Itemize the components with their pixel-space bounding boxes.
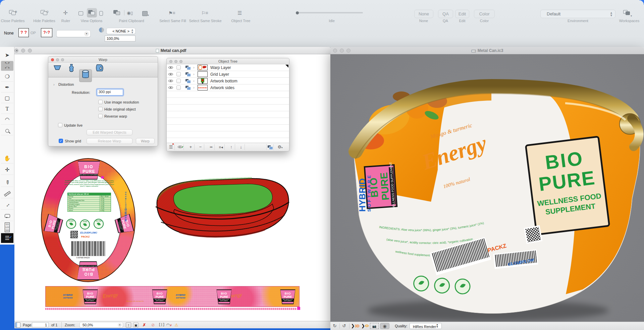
layer-checkbox[interactable] [176, 72, 181, 76]
preflight-tool[interactable]: ☰✓ [1, 233, 13, 243]
paint-clipboard-icon-2[interactable]: ◉▯ [127, 9, 133, 17]
paint-clipboard-icon-1[interactable] [113, 9, 121, 17]
gear-menu-icon[interactable]: ⚙▾ [276, 144, 284, 150]
release-warp-button[interactable]: Release Warp [87, 138, 132, 144]
fit-object-icon[interactable]: ❯ [361, 323, 369, 329]
close-button[interactable] [14, 49, 18, 53]
warp-tab-bottle[interactable] [65, 64, 78, 76]
sidebar-toggle-icon[interactable] [15, 322, 20, 328]
select-same-stroke-icon[interactable]: ⚐= [201, 9, 208, 17]
environment-dropdown[interactable]: Default▲▼ [540, 10, 615, 18]
zoom-button[interactable] [346, 49, 351, 53]
export-icon[interactable]: ↑ [126, 322, 131, 328]
mode-qa-button[interactable]: QA [438, 10, 453, 18]
use-image-resolution-checkbox[interactable] [98, 100, 103, 104]
mode-color-button[interactable]: Color [474, 10, 495, 18]
arc-tool[interactable]: ◠ [1, 115, 13, 125]
reverse-warp-checkbox[interactable] [98, 114, 103, 118]
transform-expand-tool[interactable]: ↖↗↙↘ [1, 61, 13, 71]
close-palettes-icon[interactable]: ⊗ [9, 9, 16, 17]
layer-row[interactable]: › Grid Layer [167, 71, 289, 78]
rounded-rect-tool[interactable]: ▢ [1, 93, 13, 103]
expand-chevron-icon[interactable]: › [193, 79, 195, 83]
warnings-x-icon[interactable]: ⊘ [150, 322, 156, 328]
eyedropper-tool[interactable]: ✐ [1, 177, 13, 187]
visibility-eye-icon[interactable] [168, 79, 173, 83]
comment-tool[interactable] [1, 211, 13, 221]
stroke-swatch-box[interactable]: ?▫? [41, 28, 52, 37]
visibility-eye-icon[interactable] [168, 85, 173, 90]
resolution-input[interactable]: 300 ppi [97, 89, 123, 95]
overprint-indicator-icon[interactable] [99, 27, 104, 32]
expand-chevron-icon[interactable]: › [193, 85, 195, 89]
layer-checkbox[interactable] [176, 65, 181, 70]
direct-select-pen-tool[interactable]: ✒ [1, 82, 13, 92]
render-viewport[interactable]: BIO PURE WELLNESS FOOD SUPPLEMENT BIO PU… [330, 54, 644, 322]
right-window-titlebar[interactable]: 3DMetal Can.ic3 [330, 47, 644, 54]
text-tool[interactable]: T [1, 104, 13, 114]
mode-none-button[interactable]: None [414, 10, 433, 18]
collapse-icon[interactable]: »« [207, 144, 215, 150]
edit-warped-objects-button[interactable]: Edit Warped Objects [87, 129, 132, 135]
warning-icon[interactable]: ⚠ [174, 322, 179, 328]
hide-palettes-icon[interactable]: ⊙ [41, 9, 48, 17]
idle-slider-handle[interactable] [296, 11, 299, 14]
fit-3d-icon[interactable]: ❯3D [351, 323, 360, 329]
trap-dropdown[interactable]: < NONE >▲▼ [106, 28, 136, 34]
select-same-fill-icon[interactable]: ⚑= [168, 9, 175, 17]
idle-slider-track[interactable] [297, 12, 363, 13]
layer-checkbox[interactable] [176, 79, 181, 83]
distortion-chevron-icon[interactable]: › [53, 82, 55, 86]
layer-row[interactable]: › Warp Layer [167, 64, 289, 71]
layer-row[interactable]: › Artwork bottom [167, 78, 289, 84]
duplicate-icon[interactable] [266, 144, 274, 150]
crop-marks-icon[interactable]: [|] [159, 322, 165, 328]
snapshot-camera-icon[interactable]: 📷 [370, 323, 379, 329]
view-options-icon-3[interactable] [99, 9, 103, 17]
flatten-layers-icon[interactable]: ≡◂ [217, 144, 225, 150]
remove-layer-icon[interactable]: − [197, 144, 204, 150]
selection-tool[interactable]: ➤ [1, 50, 13, 60]
rotate-view-icon[interactable]: ↻ [331, 323, 338, 329]
hide-original-object-checkbox[interactable] [98, 107, 103, 111]
curve-check-icon[interactable]: ◠✗ [166, 322, 172, 328]
warp-button[interactable]: Warp [136, 138, 155, 144]
object-tree-titlebar[interactable]: Object Tree [167, 58, 289, 64]
visibility-check-icon[interactable]: ✓ [176, 144, 184, 150]
distance-tool[interactable]: ↔ [1, 200, 13, 210]
fill-swatch-box[interactable]: ? ? [18, 28, 29, 37]
ruler-tool[interactable] [1, 188, 13, 198]
layer-checkbox[interactable] [176, 85, 181, 90]
minimize-button[interactable] [21, 49, 25, 53]
stroke-style-dropdown[interactable]: ▾ [56, 30, 91, 37]
selection-handle[interactable] [101, 176, 104, 179]
layer-row[interactable]: › Artwork sides [167, 84, 289, 91]
update-live-checkbox[interactable] [58, 123, 62, 127]
expand-chevron-icon[interactable]: › [193, 72, 195, 76]
warp-palette-titlebar[interactable]: Warp [48, 57, 158, 63]
warp-tab-bowl[interactable] [51, 64, 64, 76]
close-button[interactable] [333, 49, 337, 53]
view-options-icon-1[interactable] [78, 9, 83, 17]
show-grid-checkbox[interactable]: ✓ [59, 139, 63, 143]
ruler-icon[interactable]: ✛ [63, 9, 68, 17]
selection-area-icon[interactable]: ▣ [133, 322, 139, 328]
object-tree-icon[interactable]: ☰ [237, 9, 242, 17]
zoom-dropdown[interactable]: 50,0%▾ [79, 322, 123, 328]
orbit-icon[interactable]: ↺ [340, 323, 348, 329]
paint-clipboard-swatch[interactable]: ▾ [142, 9, 149, 17]
warp-tab-pitcher[interactable] [93, 64, 106, 76]
left-window-titlebar[interactable]: Metal can.pdf [12, 47, 330, 54]
quality-dropdown[interactable]: HiRes Render▲▼ [410, 323, 442, 329]
view-options-icon-2[interactable] [88, 9, 94, 17]
move-up-icon[interactable]: ↑ [228, 144, 235, 150]
page-input[interactable]: 1 [32, 322, 49, 327]
opacity-input[interactable]: 100,0% [105, 36, 136, 42]
object-tree-list[interactable]: › Warp Layer › Grid Layer › Artwork bott… [167, 64, 289, 143]
workspaces-icon[interactable]: ▾ [623, 9, 632, 17]
expand-chevron-icon[interactable]: › [193, 65, 195, 69]
minimize-button[interactable] [340, 49, 344, 53]
zoom-button[interactable] [28, 49, 32, 53]
measure-cross-tool[interactable]: ✛ [1, 165, 13, 175]
hand-tool[interactable]: ✋ [1, 153, 13, 163]
